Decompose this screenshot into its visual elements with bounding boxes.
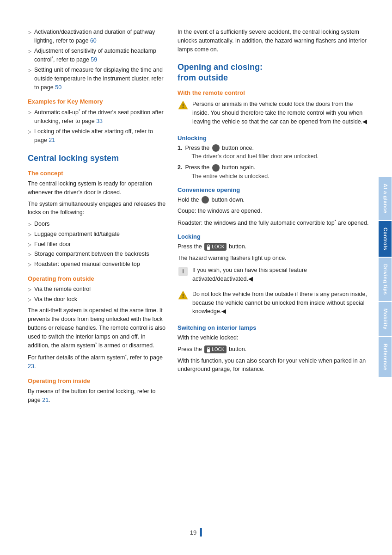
- remote-control-subtitle: With the remote control: [178, 89, 369, 96]
- info-text: If you wish, you can have this special f…: [192, 266, 369, 284]
- bullet-item: Automatic call-up* of the driver's seat …: [28, 108, 166, 126]
- left-column: Activation/deactivation and duration of …: [28, 28, 166, 527]
- bullet-item: Doors: [28, 220, 166, 228]
- operating-inside-para: By means of the button for central locki…: [28, 387, 166, 405]
- bullet-item: Storage compartment between the backrest…: [28, 250, 166, 259]
- top-bullet-list: Activation/deactivation and duration of …: [28, 28, 166, 92]
- key-memory-list: Automatic call-up* of the driver's seat …: [28, 108, 166, 144]
- bullet-item: Luggage compartment lid/tailgate: [28, 230, 166, 239]
- page-link[interactable]: 50: [55, 84, 61, 91]
- locking-subtitle: Locking: [178, 233, 369, 240]
- convenience-para1: Hold the button down.: [178, 196, 369, 204]
- bullet-item: Via the door lock: [28, 295, 166, 304]
- page-link[interactable]: 33: [96, 118, 103, 124]
- bullet-item: Fuel filler door: [28, 240, 166, 249]
- sidebar: At a glance Controls Driving tips Mobili…: [378, 0, 392, 555]
- bullet-item: Roadster: opened manual convertible top: [28, 260, 166, 269]
- operating-outside-para2: For further details of the alarm system*…: [28, 353, 166, 371]
- switching-lamps-subtitle: Switching on interior lamps: [178, 324, 369, 331]
- lock-icon-2: LOCK: [204, 345, 226, 353]
- bullet-item: Adjustment of sensitivity of automatic h…: [28, 47, 166, 65]
- operating-outside-para: The anti-theft system is operated at the…: [28, 306, 166, 350]
- operating-inside-subtitle: Operating from inside: [28, 377, 166, 384]
- sidebar-tab-controls[interactable]: Controls: [379, 221, 392, 257]
- right-column: In the event of a sufficiently severe ac…: [178, 28, 369, 527]
- locking-para1: Press the LOCK button.: [178, 242, 369, 251]
- svg-rect-1: [207, 247, 210, 250]
- bullet-item: Locking of the vehicle after starting of…: [28, 127, 166, 145]
- page-link[interactable]: 21: [42, 397, 49, 403]
- opening-closing-title: Opening and closing:from outside: [178, 62, 369, 83]
- concept-para1: The central locking system is ready for …: [28, 179, 166, 197]
- remote-warning-box: ! Persons or animals in the vehicle coul…: [178, 100, 369, 129]
- svg-rect-5: [207, 349, 210, 352]
- bullet-item: Via the remote control: [28, 285, 166, 294]
- page-number-text: 19: [190, 529, 196, 536]
- locking-para2: The hazard warning flashers light up onc…: [178, 254, 369, 263]
- locking-warning-box: ! Do not lock the vehicle from the outsi…: [178, 290, 369, 319]
- sidebar-tab-mobility[interactable]: Mobility: [379, 302, 392, 336]
- convenience-para3: Roadster: the windows and the fully auto…: [178, 218, 369, 228]
- switching-para3: With this function, you can also search …: [178, 357, 369, 374]
- info-box: i If you wish, you can have this special…: [178, 266, 369, 286]
- svg-text:!: !: [182, 103, 184, 109]
- step-2: Press the button again. The entire vehic…: [178, 163, 369, 181]
- step-1: Press the button once. The driver's door…: [178, 144, 369, 161]
- concept-subtitle: The concept: [28, 170, 166, 177]
- svg-text:!: !: [182, 293, 184, 299]
- page-number: 19: [190, 528, 202, 536]
- central-locking-title: Central locking system: [28, 153, 166, 164]
- locking-warning-text: Do not lock the vehicle from the outside…: [192, 290, 369, 316]
- warning-icon-2: !: [178, 290, 189, 301]
- page-link[interactable]: 59: [91, 56, 97, 63]
- intro-paragraph: In the event of a sufficiently severe ac…: [178, 28, 369, 54]
- page-link[interactable]: 23: [28, 363, 34, 370]
- key-memory-title: Examples for Key Memory: [28, 98, 166, 105]
- warning-icon: !: [178, 100, 189, 111]
- bullet-item: Setting unit of measure for displaying t…: [28, 66, 166, 92]
- bullet-item: Activation/deactivation and duration of …: [28, 28, 166, 45]
- sidebar-tab-driving-tips[interactable]: Driving tips: [379, 258, 392, 302]
- page-link[interactable]: 60: [90, 37, 97, 44]
- lock-icon: LOCK: [204, 243, 226, 251]
- operating-outside-subtitle: Operating from outside: [28, 275, 166, 282]
- concept-list: Doors Luggage compartment lid/tailgate F…: [28, 220, 166, 269]
- switching-para2: Press the LOCK button.: [178, 345, 369, 354]
- unlocking-steps: Press the button once. The driver's door…: [178, 144, 369, 181]
- unlocking-subtitle: Unlocking: [178, 135, 369, 142]
- info-icon: i: [178, 266, 189, 277]
- page-link[interactable]: 21: [49, 137, 55, 143]
- convenience-opening-subtitle: Convenience opening: [178, 186, 369, 193]
- sidebar-tab-at-a-glance[interactable]: At a glance: [379, 177, 392, 220]
- concept-para2: The system simultaneously engages and re…: [28, 200, 166, 217]
- convenience-para2: Coupe: the windows are opened.: [178, 207, 369, 216]
- page-bar: [200, 528, 202, 536]
- switching-para1: With the vehicle locked:: [178, 333, 369, 342]
- sidebar-tab-reference[interactable]: Reference: [379, 337, 392, 377]
- operating-outside-list: Via the remote control Via the door lock: [28, 285, 166, 304]
- remote-warning-text: Persons or animals in the vehicle could …: [192, 100, 369, 126]
- svg-text:i: i: [182, 268, 184, 275]
